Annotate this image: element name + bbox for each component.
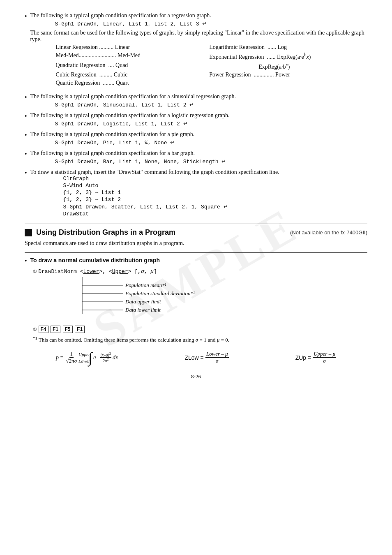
formula-p: p = 1 √2πσ Upper Lower ∫ e −	[56, 350, 118, 365]
bullet-item-4: • The following is a typical graph condi…	[25, 131, 367, 148]
section-header-left: Using Distribution Graphs in a Program	[25, 228, 175, 237]
zup-denom: σ	[322, 358, 326, 364]
zup-label: ZUp =	[295, 354, 311, 361]
bullet-text-6: To draw a statistical graph, insert the …	[30, 169, 367, 218]
frac-1-sqrt: 1 √2πσ	[65, 351, 78, 364]
section-divider-2	[25, 252, 367, 253]
return-symbol-5: ↵	[221, 158, 226, 164]
bullet-dot-5: •	[25, 150, 27, 158]
reg-cell: Quadratic Regression .... Quad	[56, 62, 209, 71]
section-title: Using Distribution Graphs in a Program	[36, 228, 175, 237]
dist-diagram-svg: Population mean*¹ Population standard de…	[58, 277, 230, 322]
zlow-denom: σ	[215, 358, 219, 364]
circle-1: ①	[33, 269, 37, 274]
bullet-text-5: The following is a typical graph conditi…	[30, 150, 367, 166]
section-header: Using Distribution Graphs in a Program (…	[25, 228, 367, 237]
exp-power: − (x–μ)2 2σ2	[97, 352, 111, 363]
bullet-text-2-content: The following is a typical graph conditi…	[30, 93, 236, 99]
p-equals: p =	[56, 354, 63, 361]
reg-cell: Logarithmic Regression ...... Log	[209, 44, 391, 51]
zlow-frac: Lower – μ σ	[205, 351, 229, 364]
exp-minus: −	[97, 354, 99, 359]
section-divider	[25, 224, 367, 224]
bullet-text-4-content: The following is a typical graph conditi…	[30, 131, 195, 137]
formula-zup: ZUp = Upper – μ σ	[295, 351, 336, 364]
zup-numer: Upper – μ	[313, 351, 336, 358]
normal-dist-bullet: • To draw a normal cumulative distributi…	[25, 257, 367, 265]
section-note: (Not available on the fx-7400GII)	[290, 229, 367, 236]
svg-text:Data upper limit: Data upper limit	[125, 298, 161, 305]
return-symbol-3: ↵	[183, 120, 188, 127]
bullet-item-3: • The following is a typical graph condi…	[25, 112, 367, 129]
exp-numer: (x–μ)2	[100, 352, 111, 358]
cmd-scatter: S-Gph1 DrawOn, Scatter, List 1, List 2, …	[63, 204, 367, 210]
cmd-list1: {1, 2, 3} → List 1	[63, 190, 367, 196]
key-f1b: F1	[75, 326, 85, 333]
return-symbol-2: ↵	[189, 102, 194, 108]
return-symbol-6: ↵	[224, 204, 228, 210]
circle-1b: ①	[33, 327, 37, 332]
normal-dist-section: • To draw a normal cumulative distributi…	[25, 257, 367, 343]
frac-numer: 1	[69, 351, 74, 358]
cmd-clrgraph: ClrGraph	[63, 176, 367, 182]
integral-symbol: ∫	[88, 350, 92, 365]
command-regression: S-Gph1 DrawOn, Linear, List 1, List 2, L…	[55, 21, 367, 27]
dist-diagram: Population mean*¹ Population standard de…	[58, 277, 367, 324]
return-symbol-4: ↵	[170, 139, 175, 146]
section-intro: Special commands are used to draw distri…	[25, 240, 367, 247]
reg-cell: Exponential Regression ...... ExpReg(a·e…	[209, 52, 391, 61]
bullet-dot-2: •	[25, 94, 27, 101]
svg-text:Population standard deviation*: Population standard deviation*¹	[125, 290, 195, 296]
dist-command-block: ① DrawDistNorm <Lower>, <Upper> [,σ, μ]	[33, 268, 367, 343]
return-symbol: ↵	[202, 21, 207, 27]
bullet-dot-6: •	[25, 169, 27, 177]
command-bar: S-Gph1 DrawOn, Bar, List 1, None, None, …	[55, 158, 367, 165]
page-number: 8-26	[25, 373, 367, 380]
cmd-swind: S-Wind Auto	[63, 183, 367, 189]
dx-label: dx	[113, 354, 118, 361]
frac-block: 1 √2πσ	[65, 351, 78, 364]
bullet-text-1: The following is a typical graph conditi…	[30, 12, 367, 91]
bullet-text-1-content: The following is a typical graph conditi…	[30, 12, 211, 18]
bullet-dot-3: •	[25, 113, 27, 120]
reg-cell: Cubic Regression ......... Cubic	[56, 71, 209, 79]
frac-denom: √2πσ	[65, 358, 78, 364]
command-logistic: S-Gph1 DrawOn, Logistic, List 1, List 2 …	[55, 120, 367, 127]
bullet-item-1: • The following is a typical graph condi…	[25, 12, 367, 91]
zlow-label: ZLow =	[184, 354, 203, 361]
bullet-dot-4: •	[25, 132, 27, 139]
dist-command-line: ① DrawDistNorm <Lower>, <Upper> [,σ, μ]	[33, 268, 367, 275]
formula-row: p = 1 √2πσ Upper Lower ∫ e −	[25, 350, 367, 365]
zup-frac: Upper – μ σ	[313, 351, 336, 364]
bullet-dot-7: •	[25, 257, 27, 265]
exp-base: e	[93, 354, 96, 361]
command-sinusoidal: S-Gph1 DrawOn, Sinusoidal, List 1, List …	[55, 102, 367, 108]
reg-cell: ExpReg(a·bx)	[209, 62, 391, 71]
bullet-text-3-content: The following is a typical graph conditi…	[30, 112, 230, 118]
bullet-dot: •	[25, 13, 27, 20]
normal-dist-title: To draw a normal cumulative distribution…	[30, 257, 160, 264]
key-f4: F4	[39, 326, 48, 333]
reg-cell: Med-Med.......................... Med-Me…	[56, 52, 209, 61]
bullet-item-2: • The following is a typical graph condi…	[25, 93, 367, 110]
drawdistnorm-cmd: DrawDistNorm <Lower>, <Upper> [,σ, μ]	[38, 268, 157, 275]
regression-table-intro: The same format can be used for the foll…	[30, 30, 367, 43]
svg-text:Data lower limit: Data lower limit	[125, 307, 161, 313]
bullet-item-5: • The following is a typical graph condi…	[25, 150, 367, 166]
reg-cell: Power Regression .............. Power	[209, 71, 391, 79]
regression-table: Linear Regression .......... Linear Loga…	[55, 43, 392, 88]
bullet-text-2: The following is a typical graph conditi…	[30, 93, 367, 110]
formula-zlow: ZLow = Lower – μ σ	[184, 351, 228, 364]
reg-cell: Linear Regression .......... Linear	[56, 44, 209, 51]
integral-exp: e − (x–μ)2 2σ2	[93, 352, 111, 363]
bullet-text-5-content: The following is a typical graph conditi…	[30, 150, 195, 156]
section-icon	[25, 229, 32, 236]
reg-cell: Quartic Regression ........ Quart	[56, 79, 209, 87]
bullet-item-6: • To draw a statistical graph, insert th…	[25, 169, 367, 218]
footnote-marker: *1	[33, 335, 37, 340]
integral-container: Upper Lower ∫ e − (x–μ)2 2σ2 dx	[78, 350, 118, 365]
command-pie: S-Gph1 DrawOn, Pie, List 1, %, None ↵	[55, 139, 367, 146]
zlow-numer: Lower – μ	[205, 351, 229, 358]
bullet-text-4: The following is a typical graph conditi…	[30, 131, 367, 148]
footnote: *1 This can be omitted. Omitting these i…	[33, 335, 367, 343]
